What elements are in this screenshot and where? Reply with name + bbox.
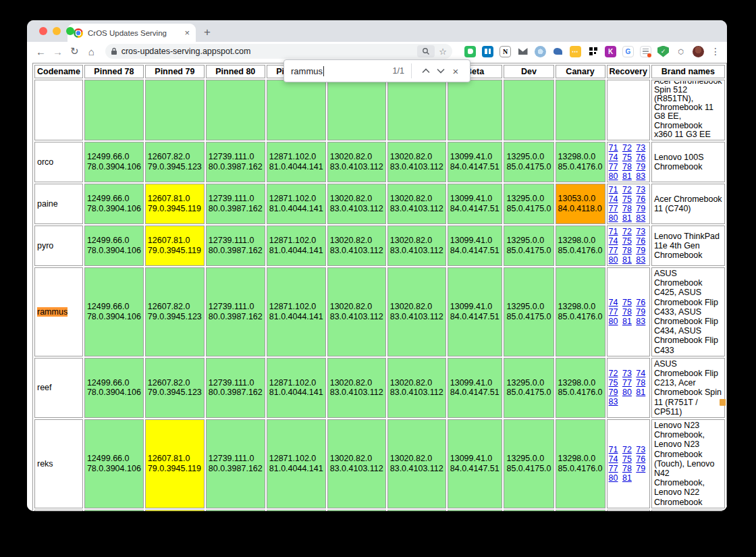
- recovery-link[interactable]: 76: [636, 298, 645, 307]
- recovery-link[interactable]: 78: [622, 204, 632, 213]
- find-next-button[interactable]: [433, 63, 448, 78]
- recovery-link[interactable]: 75: [622, 454, 632, 464]
- recovery-link[interactable]: 80: [609, 255, 618, 265]
- find-previous-button[interactable]: [418, 63, 433, 78]
- recovery-link[interactable]: 81: [622, 473, 632, 483]
- recovery-link[interactable]: 73: [636, 227, 645, 236]
- recovery-link[interactable]: 80: [609, 317, 618, 326]
- recovery-link[interactable]: 75: [622, 298, 632, 307]
- address-bar[interactable]: cros-updates-serving.appspot.com ☆: [105, 44, 452, 59]
- recovery-link[interactable]: 83: [636, 213, 645, 223]
- recovery-link[interactable]: 72: [622, 445, 632, 454]
- recovery-link[interactable]: 71: [609, 445, 618, 454]
- recovery-link[interactable]: 72: [609, 369, 618, 378]
- recovery-link[interactable]: 80: [609, 213, 618, 223]
- gmail-extension-icon[interactable]: [517, 46, 529, 57]
- recovery-link[interactable]: 81: [622, 317, 632, 326]
- recovery-link[interactable]: 79: [609, 388, 618, 397]
- recovery-link[interactable]: 79: [636, 246, 645, 255]
- recovery-link[interactable]: 76: [636, 153, 645, 162]
- shield-extension-icon[interactable]: ✓: [657, 46, 669, 57]
- yellow-menu-extension-icon[interactable]: ⋯: [570, 46, 581, 57]
- tab-close-icon[interactable]: ×: [184, 28, 190, 37]
- recovery-link[interactable]: 74: [609, 298, 618, 307]
- recovery-link[interactable]: 78: [622, 307, 632, 317]
- recovery-link[interactable]: 81: [622, 255, 632, 265]
- reload-icon[interactable]: ↻: [68, 45, 82, 57]
- recovery-link[interactable]: 79: [636, 204, 645, 213]
- recovery-link[interactable]: 79: [636, 162, 645, 171]
- qr-code-extension-icon[interactable]: [587, 46, 599, 57]
- recovery-link[interactable]: 75: [622, 153, 632, 162]
- zoom-window-button[interactable]: [66, 27, 74, 35]
- recovery-link[interactable]: 73: [636, 143, 645, 153]
- recovery-link[interactable]: 78: [636, 378, 645, 388]
- recovery-link[interactable]: 80: [609, 473, 618, 483]
- home-icon[interactable]: ⌂: [84, 46, 99, 57]
- recovery-link[interactable]: 83: [636, 171, 645, 181]
- recovery-link[interactable]: 75: [609, 378, 618, 388]
- minimize-window-button[interactable]: [53, 27, 61, 35]
- recovery-link[interactable]: 76: [636, 194, 645, 204]
- avatar-extension-icon[interactable]: [693, 46, 704, 57]
- recovery-link[interactable]: 77: [609, 307, 618, 317]
- find-close-button[interactable]: ×: [448, 63, 463, 78]
- recovery-link[interactable]: 81: [636, 388, 645, 397]
- recovery-link[interactable]: 73: [636, 445, 645, 454]
- recovery-link[interactable]: 78: [622, 162, 632, 171]
- recovery-link[interactable]: 77: [609, 464, 618, 473]
- recovery-link[interactable]: 76: [636, 236, 645, 246]
- recovery-link[interactable]: 71: [609, 185, 618, 194]
- find-bar[interactable]: rammus 1/1 ×: [284, 59, 470, 82]
- purple-app-extension-icon[interactable]: K: [605, 46, 616, 57]
- forward-icon[interactable]: →: [51, 46, 65, 57]
- recovery-link[interactable]: 75: [622, 236, 632, 246]
- recovery-link[interactable]: 80: [609, 171, 618, 181]
- dolphin-extension-icon[interactable]: [552, 46, 564, 57]
- recovery-link[interactable]: 79: [636, 307, 645, 317]
- recovery-link[interactable]: 74: [609, 153, 618, 162]
- recovery-link[interactable]: 83: [636, 317, 645, 326]
- browser-menu-icon[interactable]: ⋮: [711, 46, 720, 57]
- recovery-link[interactable]: 73: [636, 185, 645, 194]
- recovery-link[interactable]: 75: [622, 194, 632, 204]
- notion-extension-icon[interactable]: N: [500, 46, 511, 57]
- recovery-link[interactable]: 78: [622, 246, 632, 255]
- evernote-extension-icon[interactable]: [464, 46, 476, 57]
- column-header: Pinned 80: [206, 65, 265, 78]
- recovery-link[interactable]: 77: [622, 378, 632, 388]
- new-tab-button[interactable]: +: [204, 26, 211, 42]
- puzzle-extension-icon[interactable]: ⬡: [675, 46, 686, 57]
- recovery-link[interactable]: 81: [622, 171, 632, 181]
- recovery-link[interactable]: 76: [636, 454, 645, 464]
- recovery-link[interactable]: 83: [609, 397, 618, 406]
- recovery-link[interactable]: 72: [622, 143, 632, 153]
- recovery-link[interactable]: 81: [622, 213, 632, 223]
- trello-extension-icon[interactable]: [482, 46, 493, 57]
- recovery-link[interactable]: 77: [609, 246, 618, 255]
- recovery-link[interactable]: 71: [609, 227, 618, 236]
- recovery-link[interactable]: 72: [622, 185, 632, 194]
- translate-extension-icon[interactable]: G: [622, 46, 634, 57]
- close-window-button[interactable]: [39, 27, 47, 35]
- recovery-link[interactable]: 72: [622, 227, 632, 236]
- recovery-link[interactable]: 78: [622, 464, 632, 473]
- back-icon[interactable]: ←: [34, 46, 48, 57]
- recovery-link[interactable]: 74: [609, 194, 618, 204]
- browser-tab[interactable]: CrOS Updates Serving ×: [68, 24, 196, 42]
- recovery-link[interactable]: 71: [609, 143, 618, 153]
- recovery-link[interactable]: 77: [609, 204, 618, 213]
- find-in-page-indicator-icon[interactable]: [417, 45, 435, 57]
- recovery-link[interactable]: 73: [622, 369, 632, 378]
- recovery-link[interactable]: 83: [636, 255, 645, 265]
- notes-extension-icon[interactable]: [640, 46, 651, 57]
- find-query-input[interactable]: rammus: [291, 66, 324, 76]
- bookmark-star-icon[interactable]: ☆: [439, 47, 447, 57]
- recovery-link[interactable]: 80: [622, 388, 632, 397]
- recovery-link[interactable]: 74: [609, 236, 618, 246]
- recovery-link[interactable]: 77: [609, 162, 618, 171]
- recovery-link[interactable]: 74: [636, 369, 645, 378]
- recovery-link[interactable]: 79: [636, 464, 645, 473]
- recovery-link[interactable]: 74: [609, 454, 618, 464]
- blue-circle-extension-icon[interactable]: [535, 46, 546, 57]
